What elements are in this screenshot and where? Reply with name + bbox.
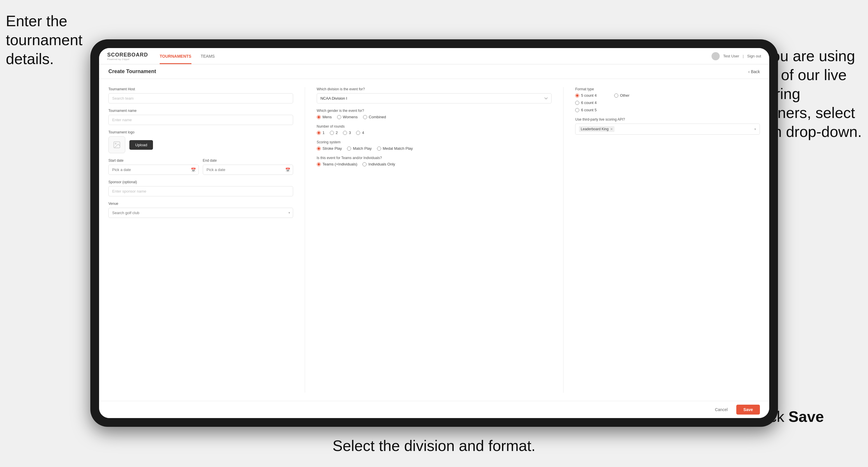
rounds-label: Number of rounds — [317, 124, 552, 128]
rounds-2-radio[interactable] — [330, 131, 334, 135]
scoring-stroke-radio[interactable] — [317, 147, 321, 151]
gender-mens[interactable]: Mens — [317, 115, 332, 119]
format-other-label: Other — [620, 93, 630, 98]
start-date-calendar-icon: 📅 — [191, 167, 196, 172]
date-row: Start date 📅 End date 📅 — [108, 158, 293, 175]
gender-womens-radio[interactable] — [337, 115, 341, 119]
gender-label: Which gender is the event for? — [317, 109, 552, 113]
scoring-match-label: Match Play — [353, 146, 372, 151]
nav-tabs: TOURNAMENTS TEAMS — [160, 48, 215, 64]
gender-womens[interactable]: Womens — [337, 115, 358, 119]
scoring-match-radio[interactable] — [347, 147, 351, 151]
event-type-individuals-radio[interactable] — [363, 162, 367, 166]
back-link[interactable]: Back — [748, 69, 760, 74]
event-type-individuals[interactable]: Individuals Only — [363, 162, 395, 166]
venue-input[interactable] — [108, 208, 293, 218]
format-other[interactable]: Other — [614, 93, 630, 98]
venue-group: Venue ▾ — [108, 201, 293, 218]
nav-tab-tournaments[interactable]: TOURNAMENTS — [160, 48, 191, 64]
scoring-stroke-label: Stroke Play — [322, 146, 342, 151]
format-5count4[interactable]: 5 count 4 — [575, 93, 597, 98]
rounds-1-radio[interactable] — [317, 131, 321, 135]
create-tournament-container: Create Tournament Back Tournament Host T… — [99, 64, 769, 418]
format-6count5-radio[interactable] — [575, 108, 579, 112]
live-scoring-label: Use third-party live scoring API? — [575, 117, 760, 122]
scoring-medal-match[interactable]: Medal Match Play — [377, 146, 413, 151]
svg-point-9 — [115, 143, 116, 144]
scoring-medal-match-label: Medal Match Play — [383, 146, 413, 151]
scoring-label: Scoring system — [317, 140, 552, 144]
start-date-field: Start date 📅 — [108, 158, 199, 175]
live-scoring-dropdown[interactable]: Leaderboard King × ▾ — [575, 124, 760, 134]
tournament-logo-label: Tournament logo — [108, 130, 293, 134]
annotation-top-left: Enter the tournament details. — [6, 12, 99, 68]
rounds-4-radio[interactable] — [356, 131, 360, 135]
event-type-teams-radio[interactable] — [317, 162, 321, 166]
event-type-teams[interactable]: Teams (+Individuals) — [317, 162, 358, 166]
division-select[interactable]: NCAA Division I — [317, 93, 552, 103]
header-right: Test User | Sign out — [712, 52, 761, 60]
event-type-label: Is this event for Teams and/or Individua… — [317, 156, 552, 160]
upload-button[interactable]: Upload — [129, 140, 153, 150]
format-6count4-label: 6 count 4 — [581, 100, 597, 105]
format-6count4-radio[interactable] — [575, 101, 579, 105]
scoring-radio-group: Stroke Play Match Play Medal Match Play — [317, 146, 552, 151]
event-type-radio-group: Teams (+Individuals) Individuals Only — [317, 162, 552, 166]
gender-group: Which gender is the event for? Mens Wome… — [317, 109, 552, 119]
format-other-radio[interactable] — [614, 94, 618, 98]
cancel-button[interactable]: Cancel — [710, 405, 733, 414]
tournament-name-label: Tournament name — [108, 109, 293, 113]
start-date-input[interactable] — [108, 165, 199, 175]
rounds-3-label: 3 — [349, 130, 351, 135]
annotation-bottom-center: Select the division and format. — [333, 436, 535, 455]
save-button[interactable]: Save — [736, 405, 760, 414]
live-scoring-remove-icon[interactable]: × — [611, 127, 613, 131]
gender-mens-radio[interactable] — [317, 115, 321, 119]
format-6count5-label: 6 count 5 — [581, 108, 597, 112]
venue-input-wrap: ▾ — [108, 208, 293, 218]
annotation-save-bold: Save — [788, 408, 824, 425]
sponsor-input[interactable] — [108, 186, 293, 196]
gender-radio-group: Mens Womens Combined — [317, 115, 552, 119]
logo-sub: Powered by Clippd — [107, 58, 148, 61]
tournament-name-input[interactable] — [108, 115, 293, 125]
start-date-wrap: 📅 — [108, 165, 199, 175]
bottom-bar: Cancel Save — [99, 401, 769, 418]
tournament-host-group: Tournament Host — [108, 87, 293, 103]
event-type-individuals-label: Individuals Only — [368, 162, 395, 166]
gender-womens-label: Womens — [343, 115, 358, 119]
end-date-input[interactable] — [203, 165, 293, 175]
gender-combined-radio[interactable] — [363, 115, 367, 119]
tournament-host-input[interactable] — [108, 93, 293, 103]
live-scoring-value: Leaderboard King — [581, 127, 609, 131]
separator: | — [743, 54, 744, 58]
format-6count4[interactable]: 6 count 4 — [575, 100, 597, 105]
event-type-group: Is this event for Teams and/or Individua… — [317, 156, 552, 166]
scoring-stroke[interactable]: Stroke Play — [317, 146, 342, 151]
signout-link[interactable]: Sign out — [747, 54, 761, 58]
rounds-4[interactable]: 4 — [356, 130, 364, 135]
user-avatar — [712, 52, 720, 60]
rounds-3[interactable]: 3 — [343, 130, 351, 135]
ct-title: Create Tournament — [108, 68, 156, 74]
tournament-logo-group: Tournament logo Upload — [108, 130, 293, 153]
rounds-1[interactable]: 1 — [317, 130, 324, 135]
logo-area: SCOREBOARD Powered by Clippd — [107, 52, 148, 61]
image-placeholder-icon — [113, 141, 121, 149]
gender-mens-label: Mens — [322, 115, 332, 119]
rounds-radio-group: 1 2 3 — [317, 130, 552, 135]
format-5count4-radio[interactable] — [575, 94, 579, 98]
nav-tab-teams[interactable]: TEAMS — [201, 48, 215, 64]
rounds-3-radio[interactable] — [343, 131, 347, 135]
rounds-1-label: 1 — [322, 130, 324, 135]
scoring-group: Scoring system Stroke Play Match Play — [317, 140, 552, 151]
format-row-3: 6 count 5 — [575, 108, 760, 112]
rounds-4-label: 4 — [362, 130, 364, 135]
rounds-2-label: 2 — [336, 130, 338, 135]
gender-combined[interactable]: Combined — [363, 115, 386, 119]
rounds-2[interactable]: 2 — [330, 130, 338, 135]
format-6count5[interactable]: 6 count 5 — [575, 108, 597, 112]
scoring-medal-match-radio[interactable] — [377, 147, 381, 151]
scoring-match[interactable]: Match Play — [347, 146, 372, 151]
form-col-left: Tournament Host Tournament name Tourname… — [108, 87, 293, 393]
